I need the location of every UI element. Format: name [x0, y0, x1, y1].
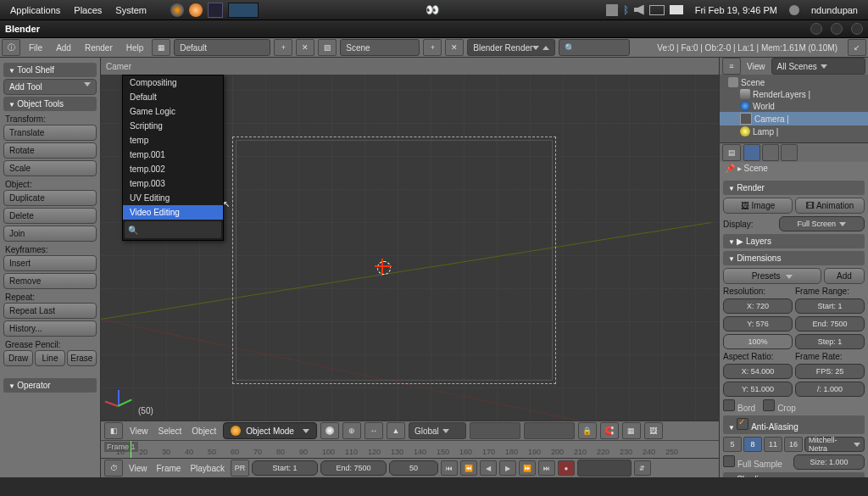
jump-start-button[interactable]: ⏮ [441, 460, 458, 476]
scale-button[interactable]: Scale [3, 160, 97, 176]
object-tools-header[interactable]: Object Tools [3, 97, 97, 111]
dimensions-panel-header[interactable]: Dimensions [723, 251, 865, 265]
operator-header[interactable]: Operator [3, 378, 97, 393]
gnome-places[interactable]: Places [67, 3, 108, 18]
render-tab[interactable] [743, 144, 760, 161]
search-input[interactable]: 🔍 [559, 39, 630, 56]
layout-default[interactable]: Default [123, 90, 223, 104]
outliner-item[interactable]: RenderLayers | [720, 88, 868, 100]
layout-temp-001[interactable]: temp.001 [123, 148, 223, 162]
outliner-item[interactable]: Camera | [720, 112, 868, 125]
insert-keyframe-button[interactable]: Insert [3, 255, 97, 271]
timeline-playback-menu[interactable]: Playback [186, 464, 228, 473]
file-menu[interactable]: File [24, 41, 47, 55]
aa-8[interactable]: 8 [743, 437, 762, 452]
add-screen-button[interactable]: + [274, 39, 292, 56]
minimize-button[interactable] [810, 23, 822, 35]
history-button[interactable]: History... [3, 320, 97, 337]
sync-select[interactable]: ⇵ [634, 460, 651, 476]
asp-x-field[interactable]: X: 54.000 [723, 364, 793, 379]
aa-16[interactable]: 16 [784, 437, 803, 452]
layout-game-logic[interactable]: Game Logic [123, 104, 223, 119]
gp-draw-button[interactable]: Draw [3, 350, 33, 366]
gp-line-button[interactable]: Line [35, 350, 64, 366]
layout-scripting[interactable]: Scripting [123, 119, 223, 133]
manipulator-translate-icon[interactable]: ▲ [387, 422, 405, 439]
fr-end-field[interactable]: End: 7500 [795, 316, 865, 332]
layout-video-editing[interactable]: Video Editing [123, 205, 223, 220]
delete-scene-button[interactable]: ✕ [445, 39, 464, 56]
keying-set-select[interactable] [577, 460, 632, 476]
object-menu-3d[interactable]: Object [188, 426, 220, 436]
render-presets[interactable]: Presets [723, 268, 821, 284]
render-panel-header[interactable]: Render [723, 181, 865, 195]
gnome-system[interactable]: System [108, 3, 153, 18]
browse-scene-icon[interactable]: ▨ [318, 39, 337, 56]
orientation-select[interactable]: Global [409, 422, 466, 439]
view-menu-3d[interactable]: View [126, 426, 152, 436]
border-check[interactable]: Bord [723, 399, 755, 413]
layout-temp[interactable]: temp [123, 133, 223, 148]
blender-icon[interactable] [189, 3, 203, 17]
keyframe-prev-button[interactable]: ⏪ [460, 460, 477, 476]
snap-type-icon[interactable]: ▦ [622, 422, 641, 439]
aa-size-field[interactable]: Size: 1.000 [793, 454, 865, 470]
add-tool-button[interactable]: Add Tool [3, 79, 97, 95]
layout-compositing[interactable]: Compositing [123, 75, 223, 90]
gp-erase-button[interactable]: Erase [67, 350, 97, 366]
fps-field[interactable]: FPS: 25 [795, 364, 865, 379]
editor-type-outliner-icon[interactable]: ≡ [722, 58, 741, 75]
close-button[interactable] [851, 23, 863, 35]
timeline-view-menu[interactable]: View [125, 464, 151, 473]
timeline-frame-menu[interactable]: Frame [153, 464, 185, 473]
editor-type-timeline-icon[interactable]: ⏱ [104, 460, 123, 476]
gnome-user[interactable]: ndundupan [804, 3, 865, 18]
preset-add-button[interactable]: Add [824, 268, 865, 284]
mail-icon[interactable] [670, 5, 683, 14]
render-preview-icon[interactable]: 🖼 [644, 422, 663, 439]
layers-panel-header[interactable]: ▶ Layers [723, 234, 865, 248]
fr-start-field[interactable]: Start: 1 [795, 298, 865, 314]
volume-icon[interactable] [634, 5, 644, 15]
aa-panel-header[interactable]: Anti-Aliasing [723, 415, 865, 434]
delete-button[interactable]: Delete [3, 208, 97, 224]
aa-5[interactable]: 5 [723, 437, 742, 452]
render-engine-select[interactable]: Blender Render [467, 39, 555, 56]
editor-type-props-icon[interactable]: ▤ [722, 144, 741, 161]
3d-viewport[interactable]: (50) Compositing Default Game Logic Scri… [101, 75, 719, 421]
crop-check[interactable]: Crop [763, 399, 796, 413]
outliner-filter[interactable]: All Scenes [771, 58, 866, 75]
layers-2[interactable] [524, 422, 575, 439]
scene-select[interactable]: Scene [340, 39, 420, 56]
keyframe-next-button[interactable]: ⏩ [519, 460, 536, 476]
manipulator-toggle[interactable]: ↔ [364, 422, 383, 439]
terminal-icon[interactable] [208, 3, 223, 18]
remove-keyframe-button[interactable]: Remove [3, 273, 97, 289]
mode-select[interactable]: Object Mode [223, 422, 317, 439]
network-icon[interactable] [606, 4, 618, 16]
play-reverse-button[interactable]: ◀ [480, 460, 497, 476]
world-tab[interactable] [781, 144, 798, 161]
res-pct-field[interactable]: 100% [723, 334, 793, 349]
full-sample-check[interactable]: Full Sample [723, 455, 782, 469]
browse-screen-icon[interactable]: ▦ [152, 39, 170, 56]
outliner-view-menu[interactable]: View [743, 62, 769, 71]
add-scene-button[interactable]: + [423, 39, 442, 56]
render-image-button[interactable]: 🖼 Image [723, 198, 793, 214]
current-frame-field[interactable]: 50 [389, 460, 438, 476]
fr-step-field[interactable]: Step: 1 [795, 334, 865, 349]
outliner-item[interactable]: Lamp | [720, 125, 868, 137]
start-frame-field[interactable]: Start: 1 [252, 460, 318, 476]
battery-icon[interactable] [649, 5, 665, 15]
delete-screen-button[interactable]: ✕ [296, 39, 314, 56]
add-menu[interactable]: Add [51, 41, 76, 55]
firefox-icon[interactable] [170, 3, 184, 17]
layout-temp-002[interactable]: temp.002 [123, 162, 223, 176]
use-preview-range[interactable]: PR [231, 460, 249, 476]
gnome-apps[interactable]: Applications [3, 3, 67, 18]
play-button[interactable]: ▶ [499, 460, 516, 476]
end-frame-field[interactable]: End: 7500 [320, 460, 387, 476]
editor-type-3d-icon[interactable]: ◧ [104, 422, 123, 439]
display-select[interactable]: Full Screen [779, 216, 865, 231]
res-x-field[interactable]: X: 720 [723, 298, 793, 314]
